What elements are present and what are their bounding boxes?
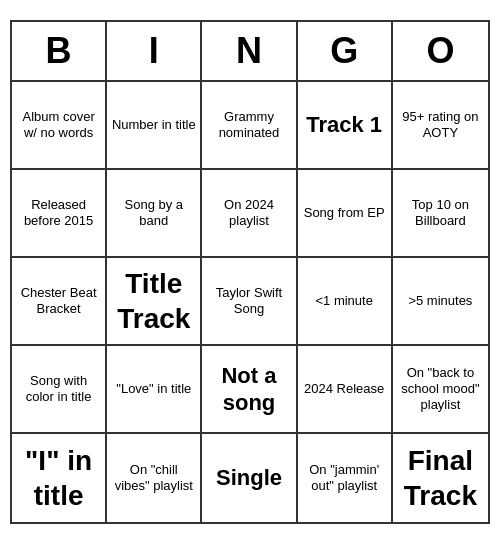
cell-text: >5 minutes xyxy=(408,293,472,309)
bingo-cell[interactable]: Track 1 xyxy=(298,82,393,170)
bingo-cell[interactable]: On "chill vibes" playlist xyxy=(107,434,202,522)
cell-text: Album cover w/ no words xyxy=(16,109,101,142)
bingo-cell[interactable]: Title Track xyxy=(107,258,202,346)
bingo-cell[interactable]: Final Track xyxy=(393,434,488,522)
cell-text: Taylor Swift Song xyxy=(206,285,291,318)
cell-text: <1 minute xyxy=(315,293,372,309)
cell-text: On "back to school mood" playlist xyxy=(397,365,484,414)
cell-text: Song from EP xyxy=(304,205,385,221)
cell-text: "I" in title xyxy=(16,443,101,513)
cell-text: Song by a band xyxy=(111,197,196,230)
header-letter: I xyxy=(107,22,202,80)
header-letter: G xyxy=(298,22,393,80)
cell-text: Track 1 xyxy=(306,111,382,139)
cell-text: Chester Beat Bracket xyxy=(16,285,101,318)
cell-text: On "chill vibes" playlist xyxy=(111,462,196,495)
bingo-cell[interactable]: Taylor Swift Song xyxy=(202,258,297,346)
bingo-cell[interactable]: Song from EP xyxy=(298,170,393,258)
header-letter: O xyxy=(393,22,488,80)
cell-text: Grammy nominated xyxy=(206,109,291,142)
bingo-cell[interactable]: 2024 Release xyxy=(298,346,393,434)
bingo-cell[interactable]: Album cover w/ no words xyxy=(12,82,107,170)
bingo-card: BINGO Album cover w/ no wordsNumber in t… xyxy=(10,20,490,524)
bingo-cell[interactable]: Song by a band xyxy=(107,170,202,258)
header-letter: N xyxy=(202,22,297,80)
bingo-cell[interactable]: "Love" in title xyxy=(107,346,202,434)
cell-text: Released before 2015 xyxy=(16,197,101,230)
header-letter: B xyxy=(12,22,107,80)
cell-text: On 2024 playlist xyxy=(206,197,291,230)
bingo-cell[interactable]: Top 10 on Billboard xyxy=(393,170,488,258)
cell-text: Top 10 on Billboard xyxy=(397,197,484,230)
bingo-cell[interactable]: On "back to school mood" playlist xyxy=(393,346,488,434)
bingo-header: BINGO xyxy=(12,22,488,82)
cell-text: On "jammin' out" playlist xyxy=(302,462,387,495)
bingo-cell[interactable]: Song with color in title xyxy=(12,346,107,434)
cell-text: 2024 Release xyxy=(304,381,384,397)
cell-text: Number in title xyxy=(112,117,196,133)
bingo-cell[interactable]: Single xyxy=(202,434,297,522)
bingo-cell[interactable]: Grammy nominated xyxy=(202,82,297,170)
bingo-cell[interactable]: "I" in title xyxy=(12,434,107,522)
cell-text: Single xyxy=(216,464,282,492)
cell-text: Not a song xyxy=(206,362,291,417)
bingo-cell[interactable]: Chester Beat Bracket xyxy=(12,258,107,346)
cell-text: 95+ rating on AOTY xyxy=(397,109,484,142)
bingo-cell[interactable]: Number in title xyxy=(107,82,202,170)
cell-text: "Love" in title xyxy=(116,381,191,397)
bingo-cell[interactable]: <1 minute xyxy=(298,258,393,346)
cell-text: Song with color in title xyxy=(16,373,101,406)
bingo-grid: Album cover w/ no wordsNumber in titleGr… xyxy=(12,82,488,522)
cell-text: Final Track xyxy=(397,443,484,513)
bingo-cell[interactable]: Released before 2015 xyxy=(12,170,107,258)
bingo-cell[interactable]: >5 minutes xyxy=(393,258,488,346)
bingo-cell[interactable]: Not a song xyxy=(202,346,297,434)
bingo-cell[interactable]: On "jammin' out" playlist xyxy=(298,434,393,522)
bingo-cell[interactable]: 95+ rating on AOTY xyxy=(393,82,488,170)
bingo-cell[interactable]: On 2024 playlist xyxy=(202,170,297,258)
cell-text: Title Track xyxy=(111,266,196,336)
